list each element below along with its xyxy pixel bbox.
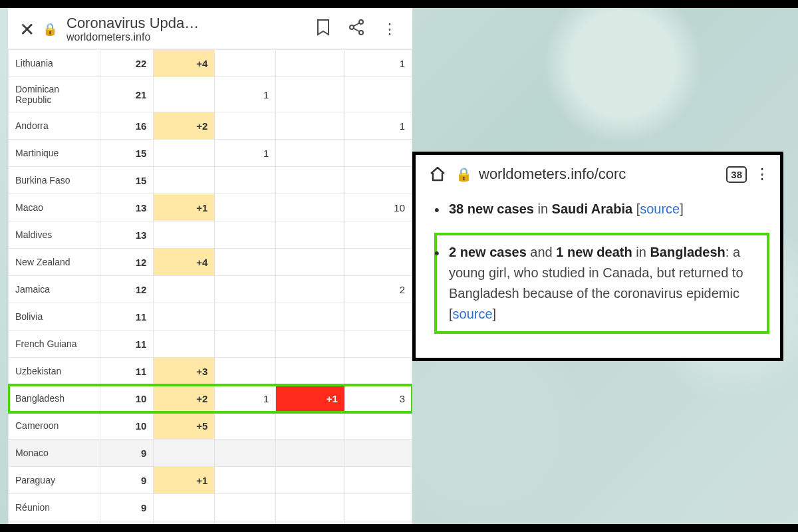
table-row[interactable]: Guatemala81: [9, 521, 412, 525]
recovered-cell: 3: [344, 385, 412, 412]
recovered-cell: 1: [344, 112, 412, 140]
recovered-cell: 1: [344, 50, 412, 77]
new-deaths-cell: [276, 167, 344, 194]
news-popup: 🔒 worldometers.info/corc 38 ⋮ 38 new cas…: [412, 152, 783, 361]
recovered-cell: 10: [344, 194, 412, 221]
total-deaths-cell: [215, 494, 276, 521]
lock-icon: 🔒: [43, 22, 57, 37]
browser-topbar: ✕ 🔒 Coronavirus Upda… worldometers.info …: [8, 8, 412, 49]
table-row[interactable]: New Zealand12+4: [9, 249, 412, 276]
total-cases-cell: 10: [100, 385, 153, 412]
new-cases-cell: [154, 331, 215, 358]
table-row[interactable]: Andorra16+21: [9, 112, 412, 140]
table-row[interactable]: Martinique151: [9, 140, 412, 167]
new-cases-cell: [154, 440, 215, 467]
total-cases-cell: 11: [100, 358, 153, 385]
close-icon[interactable]: ✕: [17, 17, 36, 41]
page-title-block[interactable]: Coronavirus Upda… worldometers.info: [66, 15, 199, 44]
svg-point-0: [359, 20, 363, 24]
table-row[interactable]: Jamaica122: [9, 276, 412, 303]
total-deaths-cell: [215, 276, 276, 303]
new-deaths-cell: +1: [276, 385, 344, 412]
total-cases-cell: 9: [100, 494, 153, 521]
recovered-cell: [344, 167, 412, 194]
table-row[interactable]: Uzbekistan11+3: [9, 358, 412, 385]
new-cases-cell: [154, 167, 215, 194]
table-row[interactable]: Bolivia11: [9, 303, 412, 331]
table-row[interactable]: Maldives13: [9, 221, 412, 249]
total-cases-cell: 12: [100, 249, 153, 276]
more-icon[interactable]: ⋮: [755, 166, 768, 183]
new-cases-cell: +2: [154, 385, 215, 412]
country-cell: Cameroon: [9, 412, 100, 440]
table-row[interactable]: French Guiana11: [9, 331, 412, 358]
source-link[interactable]: source: [453, 307, 493, 321]
total-deaths-cell: [215, 112, 276, 140]
table-row[interactable]: Bangladesh10+21+13: [9, 385, 412, 412]
total-deaths-cell: [215, 221, 276, 249]
recovered-cell: [344, 412, 412, 440]
new-deaths-cell: [276, 358, 344, 385]
total-deaths-cell: [215, 467, 276, 494]
total-deaths-cell: [215, 358, 276, 385]
source-link[interactable]: source: [640, 201, 680, 216]
tab-count-badge[interactable]: 38: [726, 166, 747, 183]
country-cell: Réunion: [9, 494, 100, 521]
url-text: worldometers.info/corc: [479, 166, 626, 183]
total-deaths-cell: 1: [215, 77, 276, 112]
country-cell: Bolivia: [9, 303, 100, 331]
country-cell: Paraguay: [9, 467, 100, 494]
total-cases-cell: 13: [100, 194, 153, 221]
country-cell: Lithuania: [9, 50, 100, 77]
country-cell: Andorra: [9, 112, 100, 140]
new-deaths-cell: [276, 331, 344, 358]
recovered-cell: [344, 249, 412, 276]
new-cases-cell: +1: [154, 467, 215, 494]
total-deaths-cell: [215, 194, 276, 221]
total-cases-cell: 10: [100, 412, 153, 440]
more-icon[interactable]: ⋮: [376, 21, 403, 38]
table-row[interactable]: Dominican Republic211: [9, 77, 412, 112]
new-deaths-cell: [276, 140, 344, 167]
new-cases-cell: [154, 521, 215, 525]
new-deaths-cell: [276, 221, 344, 249]
table-row[interactable]: Cameroon10+5: [9, 412, 412, 440]
bookmark-icon[interactable]: [310, 19, 336, 40]
new-cases-cell: [154, 140, 215, 167]
new-cases-cell: +1: [154, 194, 215, 221]
country-cell: Uzbekistan: [9, 358, 100, 385]
table-row[interactable]: Réunion9: [9, 494, 412, 521]
country-cell: Martinique: [9, 140, 100, 167]
table-row[interactable]: Macao13+110: [9, 194, 412, 221]
table-row[interactable]: Burkina Faso15: [9, 167, 412, 194]
url-bar[interactable]: 🔒 worldometers.info/corc: [456, 166, 718, 183]
total-cases-cell: 16: [100, 112, 153, 140]
mobile-browser-left: ✕ 🔒 Coronavirus Upda… worldometers.info …: [8, 8, 412, 524]
new-deaths-cell: [276, 303, 344, 331]
total-deaths-cell: [215, 167, 276, 194]
country-table-wrap[interactable]: Lithuania22+41Dominican Republic211Andor…: [8, 49, 412, 524]
new-deaths-cell: [276, 194, 344, 221]
total-cases-cell: 9: [100, 467, 153, 494]
new-deaths-cell: [276, 494, 344, 521]
svg-line-4: [354, 28, 360, 31]
country-cell: Jamaica: [9, 276, 100, 303]
share-icon[interactable]: [343, 19, 370, 39]
new-cases-cell: +4: [154, 249, 215, 276]
new-cases-cell: [154, 303, 215, 331]
table-row[interactable]: Monaco9: [9, 440, 412, 467]
table-row[interactable]: Paraguay9+1: [9, 467, 412, 494]
country-cell: Bangladesh: [9, 385, 100, 412]
country-cell: French Guiana: [9, 331, 100, 358]
table-row[interactable]: Lithuania22+41: [9, 50, 412, 77]
new-deaths-cell: [276, 467, 344, 494]
new-cases-cell: [154, 494, 215, 521]
home-icon[interactable]: [428, 164, 448, 184]
total-deaths-cell: [215, 249, 276, 276]
new-cases-cell: [154, 221, 215, 249]
country-cell: Macao: [9, 194, 100, 221]
new-deaths-cell: [276, 249, 344, 276]
total-deaths-cell: [215, 331, 276, 358]
recovered-cell: [344, 494, 412, 521]
total-deaths-cell: [215, 412, 276, 440]
